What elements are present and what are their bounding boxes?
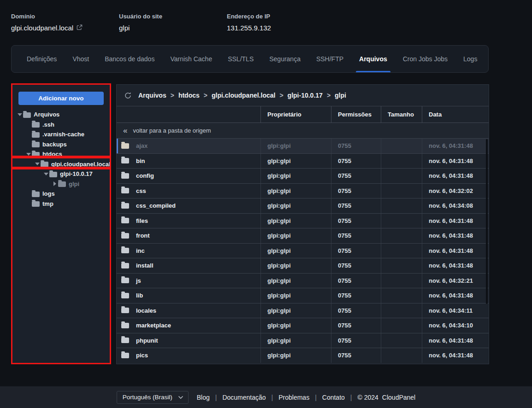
- tree-item-label: glpi.cloudpanel.local: [51, 161, 111, 168]
- table-row[interactable]: phpunit glpi:glpi 0755 nov. 6, 04:31:48: [117, 333, 489, 348]
- file-owner: glpi:glpi: [260, 274, 331, 288]
- folder-icon: [121, 278, 129, 283]
- tree-item-varnish-cache[interactable]: .varnish-cache: [11, 129, 107, 140]
- table-row[interactable]: css_compiled glpi:glpi 0755 nov. 6, 04:3…: [117, 198, 489, 213]
- chevron-down-icon[interactable]: [25, 153, 32, 156]
- table-row[interactable]: marketplace glpi:glpi 0755 nov. 6, 04:34…: [117, 318, 489, 333]
- table-row[interactable]: pics glpi:glpi 0755 nov. 6, 04:31:48: [117, 348, 489, 363]
- footer-bar: Português (Brasil) Blog | Documentação |…: [0, 386, 532, 408]
- file-owner: glpi:glpi: [260, 333, 331, 348]
- table-row[interactable]: front glpi:glpi 0755 nov. 6, 04:31:48: [117, 228, 489, 243]
- refresh-icon[interactable]: [124, 92, 132, 99]
- breadcrumb-item[interactable]: htdocs: [178, 92, 200, 99]
- table-row[interactable]: locales glpi:glpi 0755 nov. 6, 04:34:11: [117, 303, 489, 318]
- footer-link-problemas[interactable]: Problemas: [278, 394, 309, 401]
- tree-item-glpi-10-0-17[interactable]: glpi-10.0.17: [11, 169, 107, 179]
- footer-link-blog[interactable]: Blog: [197, 394, 210, 401]
- vertical-scrollbar[interactable]: [486, 139, 488, 304]
- tab-seguranca[interactable]: Segurança: [261, 46, 308, 72]
- tree-item-glpi-cloudpanel-local[interactable]: glpi.cloudpanel.local: [11, 159, 107, 169]
- table-row[interactable]: lib glpi:glpi 0755 nov. 6, 04:31:48: [117, 288, 489, 303]
- table-row[interactable]: config glpi:glpi 0755 nov. 6, 04:31:48: [117, 168, 489, 183]
- tab-bancos-de-dados[interactable]: Bancos de dados: [97, 46, 162, 72]
- file-name: files: [136, 217, 148, 224]
- folder-icon: [32, 122, 40, 128]
- breadcrumb-item[interactable]: glpi: [335, 92, 346, 99]
- file-date: nov. 6, 04:34:11: [422, 303, 489, 318]
- footer-divider: |: [272, 394, 273, 401]
- file-name: install: [136, 262, 154, 269]
- folder-icon: [32, 152, 40, 157]
- chevron-right-icon[interactable]: [52, 181, 58, 186]
- folder-icon: [121, 248, 129, 253]
- external-link-icon[interactable]: [77, 24, 83, 32]
- tab-cron-jobs[interactable]: Cron Jobs Jobs: [395, 46, 455, 72]
- tree-item-htdocs[interactable]: htdocs: [11, 149, 107, 159]
- ip-value: 131.255.9.132: [227, 24, 271, 32]
- breadcrumb-item[interactable]: Arquivos: [138, 92, 166, 99]
- file-name: inc: [136, 247, 145, 254]
- folder-icon: [49, 172, 57, 177]
- domain-value: glpi.cloudpanel.local: [11, 24, 73, 32]
- file-tree: Arquivos .ssh .varnish-cache backups htd: [11, 110, 107, 209]
- file-owner: glpi:glpi: [260, 214, 331, 228]
- file-size: [381, 303, 422, 318]
- breadcrumb-separator: >: [327, 92, 331, 99]
- language-select[interactable]: Português (Brasil): [117, 391, 189, 404]
- file-permissions: 0755: [331, 348, 381, 363]
- tab-ssh-ftp[interactable]: SSH/FTP: [308, 46, 351, 72]
- tree-item-ssh[interactable]: .ssh: [11, 120, 107, 130]
- column-permissions: Permissões: [331, 106, 381, 122]
- tree-item-tmp[interactable]: tmp: [11, 199, 107, 209]
- ip-label: Endereço de IP: [227, 13, 271, 20]
- tab-logs[interactable]: Logs: [455, 46, 485, 72]
- file-name: css: [136, 187, 146, 194]
- table-header: Proprietário Permissões Tamanho Data: [117, 106, 489, 123]
- footer-link-documentacao[interactable]: Documentação: [222, 394, 266, 401]
- tab-definicoes[interactable]: Definições: [19, 46, 65, 72]
- file-permissions: 0755: [331, 154, 381, 169]
- site-user-field: Usuário do site glpi: [119, 13, 227, 32]
- column-date: Data: [422, 106, 489, 122]
- language-select-value: Português (Brasil): [123, 394, 172, 401]
- file-size: [381, 139, 422, 153]
- table-row[interactable]: css glpi:glpi 0755 nov. 6, 04:32:02: [117, 183, 489, 198]
- file-size: [381, 214, 422, 228]
- table-row[interactable]: ajax glpi:glpi 0755 nov. 6, 04:31:48: [117, 138, 489, 153]
- table-row[interactable]: inc glpi:glpi 0755 nov. 6, 04:31:48: [117, 243, 489, 258]
- tab-varnish-cache[interactable]: Varnish Cache: [162, 46, 220, 72]
- file-owner: glpi:glpi: [260, 184, 331, 198]
- breadcrumb-separator: >: [171, 92, 174, 99]
- tree-item-arquivos[interactable]: Arquivos: [11, 110, 107, 120]
- table-row[interactable]: install glpi:glpi 0755 nov. 6, 04:31:48: [117, 258, 489, 273]
- table-row[interactable]: js glpi:glpi 0755 nov. 6, 04:32:21: [117, 273, 489, 288]
- file-size: [381, 169, 422, 183]
- tree-item-backups[interactable]: backups: [11, 140, 107, 150]
- table-row[interactable]: bin glpi:glpi 0755 nov. 6, 04:31:48: [117, 153, 489, 169]
- file-name: bin: [136, 157, 145, 164]
- folder-icon: [121, 233, 129, 239]
- chevron-down-icon[interactable]: [17, 113, 23, 116]
- chevron-down-icon[interactable]: [34, 163, 41, 165]
- tree-item-glpi[interactable]: glpi: [11, 179, 107, 189]
- file-name: locales: [136, 307, 156, 314]
- file-date: nov. 6, 04:31:48: [422, 333, 489, 348]
- chevron-down-icon[interactable]: [43, 173, 49, 175]
- tab-ssl-tls[interactable]: SSL/TLS: [220, 46, 261, 72]
- table-row[interactable]: files glpi:glpi 0755 nov. 6, 04:31:48: [117, 213, 489, 228]
- back-to-parent-row[interactable]: « voltar para a pasta de origem: [117, 123, 489, 138]
- tab-vhost[interactable]: Vhost: [65, 46, 97, 72]
- breadcrumb-item[interactable]: glpi.cloudpanel.local: [212, 92, 275, 99]
- tree-item-logs[interactable]: logs: [11, 189, 107, 199]
- breadcrumb-item[interactable]: glpi-10.0.17: [288, 92, 323, 99]
- footer-brand[interactable]: CloudPanel: [382, 394, 415, 401]
- file-permissions: 0755: [331, 244, 381, 258]
- file-size: [381, 318, 422, 333]
- tab-arquivos[interactable]: Arquivos: [351, 46, 395, 72]
- footer-link-contato[interactable]: Contato: [322, 394, 345, 401]
- add-new-button[interactable]: Adicionar novo: [18, 92, 104, 105]
- site-user-value: glpi: [119, 24, 130, 32]
- file-name: phpunit: [136, 337, 158, 344]
- file-date: nov. 6, 04:31:48: [422, 348, 489, 363]
- file-manager-panel: Arquivos > htdocs > glpi.cloudpanel.loca…: [116, 84, 489, 364]
